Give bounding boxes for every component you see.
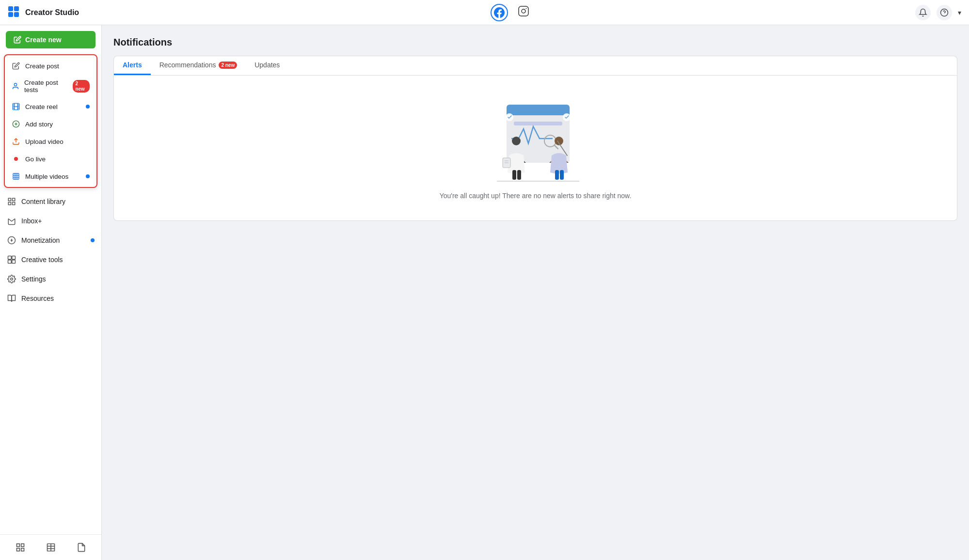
svg-rect-63: [555, 170, 559, 180]
svg-rect-35: [8, 256, 12, 260]
dropdown-item-create-reel[interactable]: Create reel: [5, 98, 96, 115]
edit-icon: [14, 36, 21, 44]
svg-point-5: [522, 9, 525, 13]
sidebar-nav: Content library Inbox+: [0, 188, 101, 534]
svg-rect-23: [13, 173, 19, 179]
main-content: Notifications Alerts Recommendations 2 n…: [102, 25, 969, 560]
sidebar-item-creative-tools[interactable]: Creative tools: [0, 250, 101, 269]
svg-rect-37: [8, 260, 12, 264]
brand: Creator Studio: [8, 6, 105, 19]
svg-rect-40: [16, 544, 19, 547]
create-dropdown-menu: Create post Create post tests 2 new: [4, 54, 97, 188]
notifications-panel: You're all caught up! There are no new a…: [113, 76, 957, 221]
facebook-icon-button[interactable]: [491, 4, 508, 21]
svg-point-9: [14, 83, 16, 86]
svg-rect-3: [14, 12, 19, 17]
svg-point-22: [14, 157, 18, 161]
dropdown-item-label: Create post: [25, 62, 59, 70]
dropdown-item-multiple-videos[interactable]: Multiple videos: [5, 168, 96, 185]
go-live-icon: [12, 155, 20, 163]
svg-rect-36: [12, 256, 16, 260]
instagram-icon: [518, 5, 529, 17]
instagram-icon-button[interactable]: [518, 5, 529, 20]
svg-rect-58: [517, 170, 521, 180]
tab-recommendations-label: Recommendations: [159, 61, 216, 69]
svg-rect-50: [507, 112, 570, 115]
svg-rect-4: [519, 6, 528, 16]
svg-point-39: [11, 278, 13, 280]
svg-rect-31: [8, 202, 11, 205]
recommendations-badge: 2 new: [219, 62, 237, 69]
dropdown-item-go-live[interactable]: Go live: [5, 150, 96, 168]
sidebar-item-settings[interactable]: Settings: [0, 269, 101, 289]
sidebar-item-monetization[interactable]: Monetization: [0, 231, 101, 250]
empty-message: You're all caught up! There are no new a…: [440, 192, 632, 200]
svg-rect-28: [8, 198, 11, 201]
sidebar-item-resources[interactable]: Resources: [0, 289, 101, 308]
dropdown-item-label: Multiple videos: [25, 173, 68, 180]
sidebar-item-label: Inbox+: [21, 217, 42, 225]
upload-video-icon: [12, 137, 20, 146]
sidebar-item-label: Resources: [21, 295, 54, 302]
help-icon: [940, 8, 949, 17]
main-layout: Create new Create post: [0, 25, 969, 560]
create-post-icon: [12, 62, 20, 70]
svg-rect-29: [13, 198, 15, 201]
dropdown-item-create-post-tests[interactable]: Create post tests 2 new: [5, 75, 96, 98]
svg-point-56: [512, 137, 521, 145]
app-title: Creator Studio: [25, 8, 79, 17]
bottom-icon-grid[interactable]: [13, 540, 28, 555]
notifications-bell-button[interactable]: [915, 5, 931, 20]
dropdown-item-add-story[interactable]: Add story: [5, 115, 96, 133]
svg-rect-43: [21, 548, 24, 551]
sidebar-item-label: Content library: [21, 198, 65, 205]
profile-chevron-button[interactable]: ▾: [958, 9, 961, 16]
svg-rect-30: [13, 202, 15, 205]
add-story-icon: [12, 120, 20, 128]
dropdown-item-label: Create post tests: [24, 79, 68, 93]
sidebar: Create new Create post: [0, 25, 102, 560]
bottom-icon-table[interactable]: [43, 540, 59, 555]
multiple-videos-dot: [86, 174, 90, 178]
tab-updates[interactable]: Updates: [246, 56, 288, 75]
caught-up-illustration: [468, 95, 604, 192]
bell-icon: [919, 8, 927, 17]
svg-rect-41: [21, 544, 24, 547]
table-icon: [46, 543, 56, 552]
sidebar-item-inbox[interactable]: Inbox+: [0, 211, 101, 231]
svg-rect-2: [8, 12, 13, 17]
settings-icon: [7, 274, 16, 284]
grid-icon: [16, 543, 25, 552]
topnav-right: ▾: [915, 5, 961, 20]
dropdown-item-label: Go live: [25, 156, 46, 163]
create-post-tests-icon: [12, 82, 19, 91]
dropdown-item-label: Upload video: [25, 138, 64, 145]
sidebar-bottom: [0, 534, 101, 560]
multiple-videos-icon: [12, 172, 20, 181]
svg-point-6: [526, 8, 527, 9]
dropdown-item-create-post[interactable]: Create post: [5, 57, 96, 75]
empty-illustration: [468, 95, 604, 192]
svg-rect-0: [8, 6, 13, 11]
tab-updates-label: Updates: [254, 61, 280, 69]
create-new-button[interactable]: Create new: [6, 31, 95, 48]
brand-icon: [8, 6, 21, 19]
bottom-icon-document[interactable]: [74, 540, 89, 555]
create-reel-dot: [86, 105, 90, 109]
help-button[interactable]: [937, 5, 952, 20]
tab-alerts[interactable]: Alerts: [114, 56, 151, 75]
sidebar-item-content-library[interactable]: Content library: [0, 192, 101, 211]
svg-rect-51: [514, 122, 562, 125]
create-post-tests-badge: 2 new: [73, 80, 90, 93]
svg-rect-64: [560, 170, 564, 180]
topnav-center: [105, 4, 915, 21]
inbox-icon: [7, 216, 16, 226]
content-library-icon: [7, 197, 16, 206]
sidebar-item-label: Creative tools: [21, 256, 63, 264]
dropdown-item-upload-video[interactable]: Upload video: [5, 133, 96, 150]
create-reel-icon: [12, 102, 20, 111]
dropdown-item-label: Create reel: [25, 103, 58, 110]
tab-recommendations[interactable]: Recommendations 2 new: [151, 56, 246, 75]
svg-rect-57: [512, 170, 516, 180]
facebook-icon: [494, 7, 505, 18]
